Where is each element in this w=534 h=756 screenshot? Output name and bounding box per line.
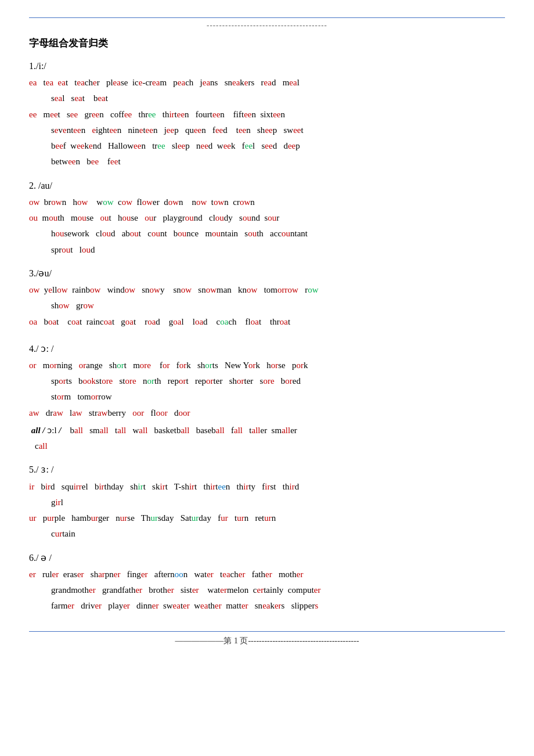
section-1-ee-line4: between bee feet — [29, 154, 505, 169]
section-5-heading: 5./ ɜ: / — [29, 462, 505, 477]
section-3-ow-line1: ow yellow rainbow window snowy snow snow… — [29, 282, 505, 297]
section-1-ee-line1: ee meet see green coffee three thirteen … — [29, 107, 505, 122]
section-5-ur-line2: curtain — [29, 526, 505, 541]
section-6-heading: 6./ ə / — [29, 550, 505, 566]
section-2-heading: 2. /au/ — [29, 178, 505, 193]
section-5-ur-line1: ur purple hamburger nurse Thursday Satur… — [29, 510, 505, 525]
section-4-heading: 4./ ɔ: / — [29, 341, 505, 357]
section-4: 4./ ɔ: / or morning orange short more fo… — [29, 341, 505, 454]
section-4-or-line3: storm tomorrow — [29, 389, 505, 404]
section-3-oa-line: oa boat coat raincoat goat road goal loa… — [29, 314, 505, 329]
section-2-ou-line3: sprout loud — [29, 242, 505, 257]
section-3-ow-line2: show grow — [29, 298, 505, 313]
section-3-heading: 3./əu/ — [29, 265, 505, 281]
page-title: 字母组合发音归类 — [29, 35, 505, 52]
section-6-er-line3: farmer driver player dinner sweater weat… — [29, 598, 505, 613]
section-5: 5./ ɜ: / ir bird squirrel birthday shirt… — [29, 462, 505, 541]
section-2: 2. /au/ ow brown how wow cow flower down… — [29, 178, 505, 257]
bottom-line: ——————第 1 页-----------------------------… — [29, 631, 505, 648]
section-2-ou-line1: ou mouth mouse out house our playground … — [29, 210, 505, 225]
section-4-or-line2: sports bookstore store north report repo… — [29, 373, 505, 388]
section-6: 6./ ə / er ruler eraser sharpner finger … — [29, 550, 505, 614]
top-border — [29, 17, 505, 18]
section-1-ea-line2: seal seat beat — [29, 91, 505, 106]
section-6-er-line2: grandmother grandfather brother sister w… — [29, 582, 505, 597]
section-1-ea-line1: ea tea eat teacher please ice-cream peac… — [29, 75, 505, 90]
section-4-aw-line: aw draw law strawberry oor floor door — [29, 405, 505, 420]
section-3: 3./əu/ ow yellow rainbow window snowy sn… — [29, 265, 505, 329]
section-4-all-line: all / ɔ:l / ball small tall wall basketb… — [29, 423, 505, 438]
section-4-all-call: call — [29, 438, 505, 453]
section-2-ou-line2: housework cloud about count bounce mount… — [29, 226, 505, 241]
section-4-or-line1: or morning orange short more for fork sh… — [29, 358, 505, 373]
section-5-ir-line1: ir bird squirrel birthday shirt skirt T-… — [29, 479, 505, 494]
section-1-heading: 1./i:/ — [29, 58, 505, 74]
section-2-ow-line: ow brown how wow cow flower down now tow… — [29, 195, 505, 210]
section-1-ee-line3: beef weekend Halloween tree sleep need w… — [29, 138, 505, 153]
section-1-ee-line2: seventeen eighteen nineteen jeep queen f… — [29, 123, 505, 138]
dashed-top: --------------------------------------- — [29, 19, 505, 32]
section-5-ir-line2: girl — [29, 495, 505, 510]
section-6-er-line1: er ruler eraser sharpner finger afternoo… — [29, 567, 505, 582]
section-1: 1./i:/ ea tea eat teacher please ice-cre… — [29, 58, 505, 170]
